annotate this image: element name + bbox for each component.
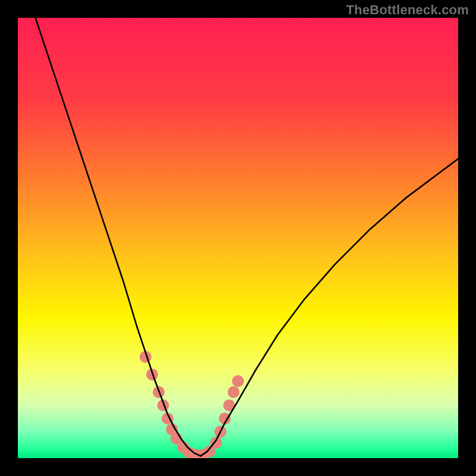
line-layer <box>36 18 458 456</box>
data-marker <box>232 375 244 387</box>
curve-left-curve <box>36 18 201 456</box>
data-marker <box>228 386 240 398</box>
marker-layer <box>140 351 244 458</box>
watermark-text: TheBottleneck.com <box>346 2 469 18</box>
chart-frame: TheBottleneck.com <box>0 0 476 476</box>
curve-right-curve <box>201 159 458 456</box>
chart-svg <box>18 18 458 458</box>
plot-area <box>18 18 458 458</box>
